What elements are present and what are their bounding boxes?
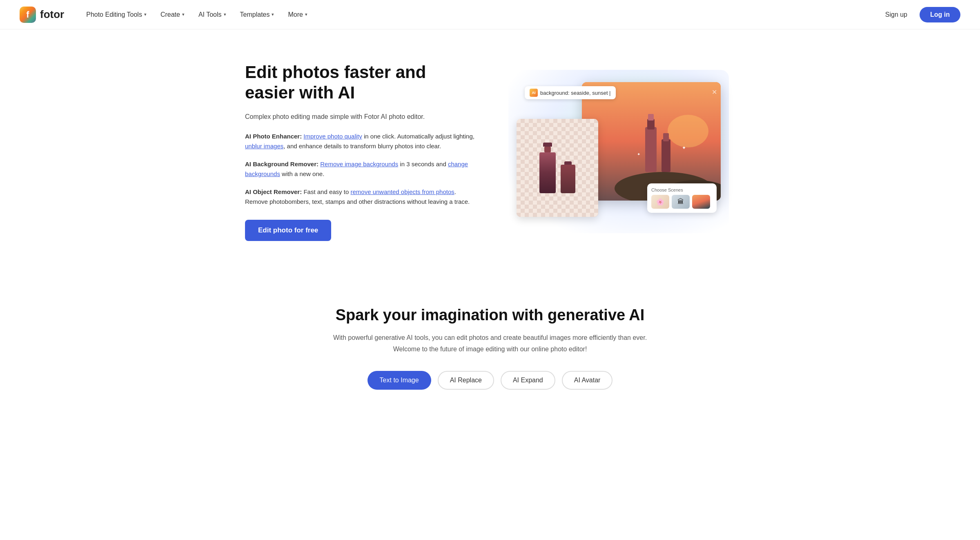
product-bottle-tall [539,143,556,193]
nav-actions: Sign up Log in [880,7,960,22]
product-inner [517,119,598,217]
hero-product-card [517,119,598,217]
tab-ai-avatar[interactable]: AI Avatar [562,371,613,390]
logo-text: fotor [40,8,64,21]
svg-text:✦: ✦ [682,145,686,151]
feature-enhancer-text2: , and enhance details to transform blurr… [283,143,441,150]
scenes-label: Choose Scenes [651,187,713,192]
nav-item-more[interactable]: More ▾ [282,8,313,22]
feature-enhancer-text1: in one click. Automatically adjust light… [362,133,474,140]
product-bottle-short [561,161,575,193]
gen-title: Spark your imagination with generative A… [20,306,960,324]
hero-visual: ✦ ✦ ✕ AI background: seaside, sunset | [502,78,735,225]
feature-enhancer-label: AI Photo Enhancer: [245,133,302,140]
ai-prompt-chip: AI background: seaside, sunset | [525,86,616,99]
ai-chip-text: background: seaside, sunset | [540,90,611,96]
nav-item-templates[interactable]: Templates ▾ [234,8,280,22]
hero-section: Edit photos faster and easier with AI Co… [196,29,784,274]
svg-rect-8 [663,133,669,141]
hero-feature-obj-remover: AI Object Remover: Fast and easy to remo… [245,187,478,207]
chevron-down-icon: ▾ [305,12,307,17]
nav-item-photo-editing-tools[interactable]: Photo Editing Tools ▾ [80,8,152,22]
svg-text:✦: ✦ [637,152,640,156]
chevron-down-icon: ▾ [272,12,274,17]
gen-ai-section: Spark your imagination with generative A… [0,274,980,414]
nav-item-create[interactable]: Create ▾ [155,8,190,22]
scene-thumb-sunset[interactable] [692,195,710,209]
tab-ai-replace[interactable]: AI Replace [438,371,494,390]
svg-rect-7 [662,139,670,172]
logo-link[interactable]: fotor [20,7,64,23]
hero-photo-svg: ✦ ✦ ✕ [582,82,721,201]
hero-image-container: ✦ ✦ ✕ AI background: seaside, sunset | [517,78,721,225]
scene-thumb-building[interactable]: 🏛 [672,195,690,209]
feature-enhancer-link1[interactable]: Improve photo quality [303,133,362,140]
svg-point-1 [668,115,708,147]
navbar: fotor Photo Editing Tools ▾ Create ▾ AI … [0,0,980,29]
signup-button[interactable]: Sign up [880,8,913,22]
tab-text-to-image[interactable]: Text to Image [368,371,431,390]
hero-main-photo: ✦ ✦ ✕ [582,82,721,201]
hero-content: Edit photos faster and easier with AI Co… [245,62,478,241]
edit-photo-button[interactable]: Edit photo for free [245,220,331,241]
feature-obj-link1[interactable]: remove unwanted objects from photos [350,188,454,195]
feature-bg-link1[interactable]: Remove image backgrounds [320,161,398,167]
login-button[interactable]: Log in [920,7,960,22]
scenes-panel: Choose Scenes 🌸 🏛 [647,183,717,213]
svg-rect-4 [645,127,657,172]
chevron-down-icon: ▾ [224,12,226,17]
feature-enhancer-link2[interactable]: unblur images [245,143,283,150]
chevron-down-icon: ▾ [144,12,147,17]
gen-tabs: Text to Image AI Replace AI Expand AI Av… [20,371,960,390]
logo-icon [20,7,36,23]
hero-title: Edit photos faster and easier with AI [245,62,478,103]
hero-feature-bg-remover: AI Background Remover: Remove image back… [245,159,478,179]
scenes-thumbnails: 🌸 🏛 [651,195,713,209]
hero-feature-enhancer: AI Photo Enhancer: Improve photo quality… [245,132,478,151]
tab-ai-expand[interactable]: AI Expand [501,371,555,390]
nav-menu: Photo Editing Tools ▾ Create ▾ AI Tools … [80,8,880,22]
svg-rect-6 [648,114,654,120]
product-bottles [539,143,575,193]
ai-badge-icon: AI [530,89,538,97]
feature-obj-label: AI Object Remover: [245,188,302,195]
gen-subtitle: With powerful generative AI tools, you c… [331,332,649,354]
hero-subtitle: Complex photo editing made simple with F… [245,112,478,122]
nav-item-ai-tools[interactable]: AI Tools ▾ [193,8,232,22]
feature-bg-label: AI Background Remover: [245,161,318,167]
scene-thumb-flowers[interactable]: 🌸 [651,195,669,209]
chevron-down-icon: ▾ [182,12,185,17]
svg-text:✕: ✕ [712,89,717,96]
